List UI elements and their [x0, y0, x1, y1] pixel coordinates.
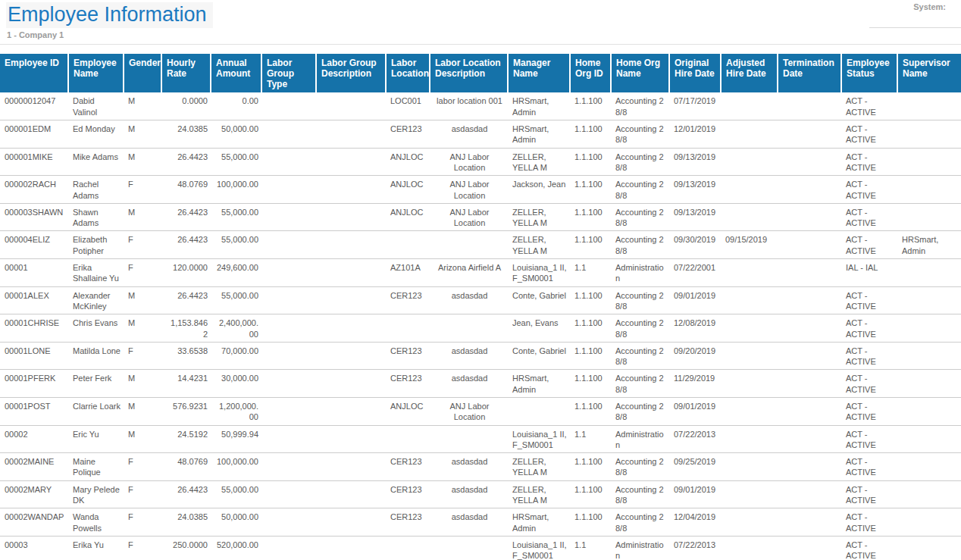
cell-adjusted_hire_date: [721, 370, 778, 398]
cell-employee_status: ACT - ACTIVE: [841, 425, 897, 453]
cell-hourly_rate: 26.4423: [161, 203, 211, 231]
cell-employee_name: Mary Pelede DK: [68, 480, 124, 508]
cell-supervisor_name: [897, 536, 961, 560]
cell-employee_id: 00002MARY: [0, 480, 68, 508]
cell-labor_location: LOC001: [386, 92, 430, 120]
cell-labor_group_type: [261, 536, 316, 560]
cell-labor_group_desc: [316, 314, 386, 343]
cell-manager_name: Jean, Evans: [508, 314, 570, 343]
cell-supervisor_name: [897, 314, 961, 343]
cell-labor_location: CER123: [386, 286, 430, 314]
cell-adjusted_hire_date: [721, 342, 778, 370]
cell-supervisor_name: [897, 259, 961, 287]
table-row: 00001ALEXAlexander McKinleyM26.442355,00…: [0, 286, 961, 314]
cell-annual_amount: 100,000.00: [211, 453, 261, 481]
cell-home_org_name: Accounting 2 8/8: [611, 203, 669, 231]
cell-hourly_rate: 24.0385: [161, 120, 211, 149]
cell-employee_status: ACT - ACTIVE: [841, 536, 897, 560]
cell-employee_name: Peter Ferk: [68, 370, 124, 398]
cell-original_hire_date: 12/01/2019: [669, 120, 721, 149]
cell-employee_name: Wanda Powells: [68, 508, 124, 537]
column-header-home_org_name: Home Org Name: [611, 54, 669, 92]
cell-hourly_rate: 48.0769: [161, 453, 211, 481]
cell-labor_location_desc: asdasdad: [430, 480, 508, 508]
cell-home_org_name: Accounting 2 8/8: [611, 370, 669, 398]
cell-annual_amount: 55,000.00: [211, 231, 261, 259]
cell-gender: F: [124, 536, 161, 560]
table-row: 00001POSTClarrie LoarkM576.92311,200,000…: [0, 398, 961, 426]
cell-supervisor_name: [897, 203, 961, 231]
cell-employee_name: Maine Polique: [68, 453, 124, 481]
cell-supervisor_name: [897, 148, 961, 176]
column-header-labor_group_desc: Labor Group Description: [316, 54, 386, 92]
column-header-adjusted_hire_date: Adjusted Hire Date: [721, 54, 778, 92]
cell-manager_name: ZELLER, YELLA M: [508, 453, 570, 481]
cell-supervisor_name: [897, 370, 961, 398]
cell-employee_status: ACT - ACTIVE: [841, 314, 897, 343]
report-header: Employee Information System:: [0, 0, 961, 29]
cell-termination_date: [778, 480, 841, 508]
cell-manager_name: ZELLER, YELLA M: [508, 148, 570, 176]
cell-employee_name: Clarrie Loark: [68, 398, 124, 426]
cell-labor_group_desc: [316, 92, 386, 120]
cell-gender: F: [124, 259, 161, 287]
cell-termination_date: [778, 286, 841, 314]
cell-labor_location_desc: [430, 536, 508, 560]
cell-employee_status: ACT - ACTIVE: [841, 231, 897, 259]
cell-employee_status: ACT - ACTIVE: [841, 370, 897, 398]
employee-table: Employee IDEmployee NameGenderHourly Rat…: [0, 54, 961, 560]
cell-labor_location: ANJLOC: [386, 398, 430, 426]
table-row: 00002MAINEMaine PoliqueF48.0769100,000.0…: [0, 453, 961, 481]
cell-home_org_name: Accounting 2 8/8: [611, 342, 669, 370]
cell-labor_location_desc: ANJ Labor Location: [430, 148, 508, 176]
cell-termination_date: [778, 425, 841, 453]
cell-labor_location_desc: [430, 425, 508, 453]
cell-employee_status: ACT - ACTIVE: [841, 342, 897, 370]
cell-gender: M: [124, 370, 161, 398]
cell-home_org_id: 1.1.100: [570, 92, 611, 120]
cell-home_org_id: 1.1: [570, 536, 611, 560]
cell-home_org_id: 1.1.100: [570, 342, 611, 370]
cell-employee_name: Matilda Lone: [68, 342, 124, 370]
cell-termination_date: [778, 342, 841, 370]
column-header-employee_id: Employee ID: [0, 54, 68, 92]
cell-home_org_id: 1.1.100: [570, 148, 611, 176]
cell-adjusted_hire_date: [721, 314, 778, 343]
cell-hourly_rate: 24.5192: [161, 425, 211, 453]
cell-labor_location: [386, 231, 430, 259]
cell-hourly_rate: 26.4423: [161, 231, 211, 259]
cell-employee_id: 00003: [0, 536, 68, 560]
cell-employee_name: Elizabeth Potipher: [68, 231, 124, 259]
cell-annual_amount: 50,999.94: [211, 425, 261, 453]
table-row: 00002WANDAPWanda PowellsF24.038550,000.0…: [0, 508, 961, 537]
cell-employee_id: 00000012047: [0, 92, 68, 120]
cell-adjusted_hire_date: [721, 259, 778, 287]
cell-manager_name: Louisiana_1 II, F_SM0001: [508, 259, 570, 287]
cell-home_org_name: Accounting 2 8/8: [611, 398, 669, 426]
cell-labor_location_desc: asdasdad: [430, 370, 508, 398]
cell-labor_group_desc: [316, 398, 386, 426]
table-row: 00001Erika Shallaine YuF120.0000249,600.…: [0, 259, 961, 287]
cell-labor_group_type: [261, 286, 316, 314]
cell-supervisor_name: [897, 120, 961, 149]
column-header-gender: Gender: [124, 54, 161, 92]
cell-employee_name: Eric Yu: [68, 425, 124, 453]
cell-adjusted_hire_date: 09/15/2019: [721, 231, 778, 259]
cell-employee_id: 00001CHRISE: [0, 314, 68, 343]
cell-labor_location: CER123: [386, 342, 430, 370]
cell-gender: M: [124, 425, 161, 453]
cell-hourly_rate: 576.9231: [161, 398, 211, 426]
cell-employee_id: 00001PFERK: [0, 370, 68, 398]
table-row: 000001MIKEMike AdamsM26.442355,000.00ANJ…: [0, 148, 961, 176]
table-row: 000001EDMEd MondayM24.038550,000.00CER12…: [0, 120, 961, 149]
cell-labor_group_type: [261, 480, 316, 508]
cell-hourly_rate: 250.0000: [161, 536, 211, 560]
cell-labor_location: CER123: [386, 120, 430, 149]
cell-home_org_name: Accounting 2 8/8: [611, 314, 669, 343]
cell-labor_location_desc: [430, 314, 508, 343]
cell-labor_group_type: [261, 453, 316, 481]
cell-home_org_name: Accounting 2 8/8: [611, 92, 669, 120]
cell-termination_date: [778, 231, 841, 259]
cell-original_hire_date: 09/25/2019: [669, 453, 721, 481]
cell-supervisor_name: [897, 92, 961, 120]
